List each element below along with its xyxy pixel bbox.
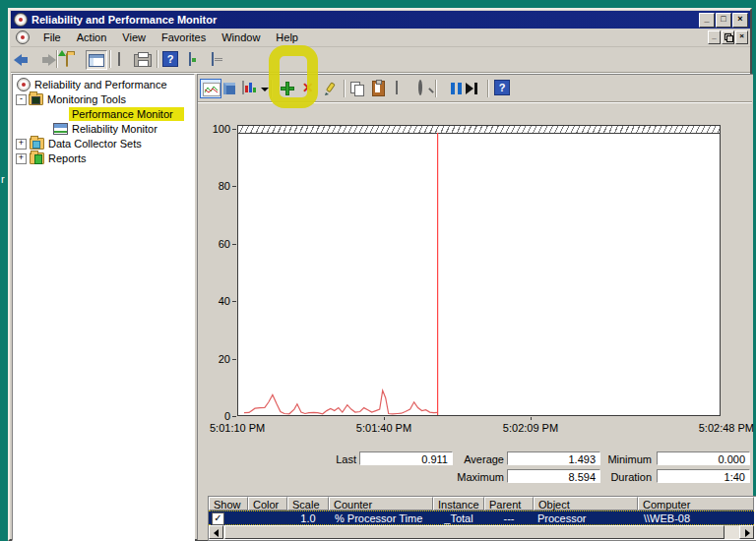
menu-help[interactable]: Help (268, 30, 306, 45)
window-pane-b-icon[interactable] (212, 52, 214, 66)
view-log-data-icon[interactable] (223, 83, 235, 94)
show-checkbox[interactable]: ✓ (212, 512, 224, 525)
window-title: Reliability and Performance Monitor (32, 14, 217, 26)
column-header-instance[interactable]: Instance (433, 497, 484, 511)
window-pane-a-icon[interactable] (189, 52, 191, 66)
tree-item-label: Monitoring Tools (47, 93, 126, 105)
up-one-level-icon[interactable] (66, 53, 68, 67)
paste-counter-list-icon[interactable] (372, 81, 385, 96)
perfmon-chart-plot (237, 125, 721, 416)
stat-maximum-label: Maximum (431, 471, 504, 483)
expand-box-reports[interactable]: + (16, 153, 27, 164)
main-toolbar: ? (11, 47, 750, 73)
copy-properties-icon[interactable] (350, 82, 364, 95)
counter-instance: _Total (433, 512, 484, 524)
chart-svg (238, 126, 720, 415)
tree-root-label: Reliability and Performance (34, 79, 167, 90)
menu-window[interactable]: Window (214, 30, 268, 45)
tree-item-reports[interactable]: Reports (30, 151, 87, 165)
counter-computer: \\WEB-08 (644, 512, 690, 524)
column-header-scale[interactable]: Scale (287, 497, 329, 511)
chart-type-icon[interactable] (242, 81, 244, 94)
column-header-parent[interactable]: Parent (484, 497, 534, 511)
scroll-right-icon (745, 529, 750, 537)
tree-item-label: Reliability Monitor (72, 123, 158, 135)
processor-time-series-line (244, 391, 438, 414)
menu-file[interactable]: File (35, 30, 69, 45)
update-data-icon[interactable] (466, 83, 479, 94)
menu-view[interactable]: View (114, 30, 154, 45)
chart-type-dropdown-arrow[interactable] (261, 88, 269, 91)
tree-item-label: Reports (48, 152, 87, 164)
tree-item-root[interactable]: Reliability and Performance (17, 78, 167, 91)
desktop-strip-left: r (0, 8, 8, 541)
desktop-strip-top (0, 0, 756, 8)
properties-icon[interactable] (396, 81, 398, 94)
x-axis-label-4: 5:02:48 PM (695, 422, 754, 434)
column-header-show[interactable]: Show (209, 497, 248, 511)
zoom-icon[interactable] (418, 80, 422, 95)
menu-action[interactable]: Action (69, 30, 115, 45)
stat-duration-label: Duration (596, 471, 652, 483)
highlighter-annotation (269, 45, 318, 108)
collapse-box-monitoring-tools[interactable]: - (16, 94, 27, 105)
column-header-color[interactable]: Color (248, 497, 287, 511)
expand-box-data-collector-sets[interactable]: + (16, 139, 27, 150)
restore-icon-back (726, 35, 733, 42)
y-axis-label-40: 40 (205, 295, 230, 307)
counter-parent: --- (484, 512, 534, 524)
tree-item-performance-monitor[interactable]: Performance Monitor (69, 107, 184, 121)
x-axis-label-3: 5:02:09 PM (501, 422, 560, 434)
reliability-monitor-icon (53, 123, 68, 135)
stat-maximum-value: 8.594 (507, 469, 600, 483)
stat-last-label: Last (297, 453, 356, 465)
stat-average-value: 1.493 (507, 451, 600, 465)
reports-folder-icon (30, 152, 44, 164)
tree-item-reliability-monitor[interactable]: Reliability Monitor (53, 122, 158, 136)
y-axis-label-80: 80 (205, 180, 230, 192)
help-icon[interactable]: ? (494, 80, 510, 95)
screen: r Reliability and Performance Monitor _ … (0, 0, 756, 541)
stat-minimum-label: Minimum (596, 453, 652, 465)
title-bar: Reliability and Performance Monitor _ □ … (11, 11, 750, 29)
tree-item-label: Data Collector Sets (48, 138, 142, 150)
column-header-computer[interactable]: Computer (638, 497, 754, 511)
column-header-object[interactable]: Object (534, 497, 638, 511)
y-axis-label-20: 20 (205, 353, 230, 365)
maximize-button[interactable]: □ (716, 13, 731, 28)
mdi-close-button[interactable]: × (735, 30, 748, 44)
counter-table: Show Color Scale Counter Instance Parent… (208, 496, 756, 541)
x-axis-label-1: 5:01:10 PM (210, 422, 265, 434)
menu-favorites[interactable]: Favorites (154, 30, 214, 45)
view-current-activity-icon[interactable] (200, 79, 221, 98)
scroll-left-icon (214, 529, 219, 537)
app-icon (14, 13, 28, 27)
forward-icon[interactable] (48, 54, 56, 66)
stat-average-label: Average (431, 453, 504, 465)
desktop-icon-label-fragment: r (1, 173, 5, 185)
print-icon[interactable] (134, 54, 152, 67)
x-axis-label-2: 5:01:40 PM (354, 422, 413, 434)
mdi-restore-button[interactable] (722, 30, 734, 44)
back-icon[interactable] (14, 54, 22, 66)
menu-bar: File Action View Favorites Window Help _… (11, 29, 750, 47)
mmc-console-icon (16, 30, 30, 44)
export-list-icon[interactable] (118, 52, 120, 66)
counter-name: % Processor Time (335, 512, 422, 524)
scrollbar-thumb[interactable] (224, 525, 724, 539)
show-hide-console-tree-icon[interactable] (86, 50, 107, 70)
tree-item-monitoring-tools[interactable]: Monitoring Tools (29, 92, 126, 106)
minimize-button[interactable]: _ (699, 13, 715, 28)
tree-item-data-collector-sets[interactable]: Data Collector Sets (30, 137, 142, 150)
highlight-icon[interactable] (323, 82, 337, 95)
y-axis-label-60: 60 (205, 238, 230, 250)
y-axis-label-100: 100 (205, 123, 230, 135)
close-button[interactable]: × (732, 13, 748, 28)
scroll-left-button[interactable] (209, 525, 223, 539)
mdi-minimize-button[interactable]: _ (708, 30, 721, 44)
counter-row-selected[interactable]: ✓ 1.0 % Processor Time _Total --- Proces… (209, 511, 754, 525)
column-header-counter[interactable]: Counter (329, 497, 433, 511)
help-icon[interactable]: ? (162, 51, 178, 67)
scroll-right-button[interactable] (739, 525, 754, 539)
counter-scale: 1.0 (287, 512, 329, 524)
